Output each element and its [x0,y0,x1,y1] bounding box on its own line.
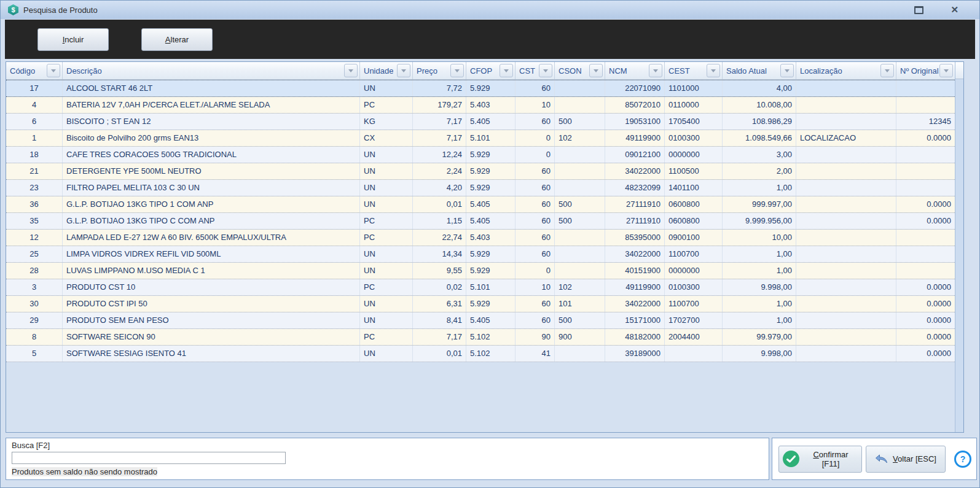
close-button[interactable]: ✕ [951,1,958,19]
toolbar: Incluir Alterar [5,20,975,59]
table-row[interactable]: 28LUVAS LIMPPANO M.USO MEDIA C 1UN9,555.… [6,263,963,279]
column-header-pre-o[interactable]: Preço [413,62,466,79]
table-row[interactable]: 3PRODUTO CST 10PC0,025.10110102491199000… [6,279,963,296]
column-filter-button[interactable] [539,64,552,77]
table-cell: 0600800 [665,196,723,212]
column-filter-button[interactable] [939,64,953,77]
column-header-ncm[interactable]: NCM [605,62,665,79]
table-cell: PRODUTO CST 10 [63,279,360,295]
column-filter-button[interactable] [47,64,60,77]
table-row[interactable]: 21DETERGENTE YPE 500ML NEUTROUN2,245.929… [6,163,963,180]
column-header-c-digo[interactable]: Código [6,62,63,79]
table-row[interactable]: 23FILTRO PAPEL MELITA 103 C 30 UNUN4,205… [6,180,963,196]
table-cell: BATERIA 12V 7,0AH P/CERCA ELET./ALARME S… [63,97,360,113]
column-header-cson[interactable]: CSON [555,62,605,79]
column-filter-button[interactable] [780,64,794,77]
table-cell: 5.101 [466,130,515,146]
help-icon[interactable]: ? [954,451,971,468]
column-header-localiza-o[interactable]: Localização [796,62,896,79]
table-cell: 1705400 [665,114,723,130]
table-row[interactable]: 18CAFE TRES CORACOES 500G TRADICIONALUN1… [6,147,963,163]
table-cell: 1100700 [665,246,723,262]
table-cell: 35 [6,213,63,229]
table-row[interactable]: 8SOFTWARE SEICON 90PC7,175.1029090048182… [6,329,963,346]
confirm-button[interactable]: Confirmar [F11] [778,446,862,473]
table-cell: 1,00 [723,312,796,328]
column-header-descri-o[interactable]: Descrição [63,62,360,79]
table-row[interactable]: 36G.L.P. BOTIJAO 13KG TIPO 1 COM ANPUN0,… [6,196,963,213]
table-row[interactable]: 5SOFTWARE SESIAG ISENTO 41UN0,015.102413… [6,346,963,362]
column-header-cst[interactable]: CST [515,62,555,79]
vertical-scrollbar[interactable] [955,62,963,432]
column-header-label: CFOP [470,66,492,76]
table-row[interactable]: 4BATERIA 12V 7,0AH P/CERCA ELET./ALARME … [6,97,963,114]
table-cell: 27111910 [605,213,665,229]
table-row[interactable]: 12LAMPADA LED E-27 12W A 60 BIV. 6500K E… [6,230,963,246]
search-input[interactable] [12,452,286,464]
table-cell: 500 [555,114,605,130]
incluir-button[interactable]: Incluir [37,28,109,51]
table-cell: 34022000 [605,163,665,179]
table-cell: 1702700 [665,312,723,328]
table-cell: 3 [6,279,63,295]
search-label: Busca [F2] [12,441,763,450]
table-row[interactable]: 30PRODUTO CST IPI 50UN6,315.929601013402… [6,296,963,312]
table-cell: 48232099 [605,180,665,196]
table-cell: 0 [515,263,555,279]
table-row[interactable]: 1Biscoito de Polvilho 200 grms EAN13CX7,… [6,130,963,147]
table-cell: CX [360,130,413,146]
restore-button[interactable] [914,6,923,14]
table-cell: 900 [555,329,605,345]
column-filter-button[interactable] [589,64,603,77]
table-cell: 09012100 [605,147,665,163]
product-search-window: $ Pesquisa de Produto ✕ Incluir Alterar … [0,0,980,488]
table-cell: 0,01 [413,346,466,362]
column-filter-button[interactable] [707,64,720,77]
column-filter-button[interactable] [880,64,894,77]
column-header-label: Unidade [364,66,393,76]
table-row[interactable]: 25LIMPA VIDROS VIDREX REFIL VID 500MLUN1… [6,246,963,263]
column-filter-button[interactable] [500,64,513,77]
table-cell: SOFTWARE SESIAG ISENTO 41 [63,346,360,362]
confirm-button-label: Confirmar [F11] [804,450,858,468]
table-cell: 0.0000 [896,296,955,312]
column-filter-button[interactable] [344,64,358,77]
table-row[interactable]: 29PRODUTO SEM EAN PESOUN8,415.4056050015… [6,312,963,329]
column-header-label: Saldo Atual [726,66,767,76]
table-cell: 2004400 [665,329,723,345]
table-cell [896,246,955,262]
table-row[interactable]: 6BISCOITO ; ST EAN 12KG7,175.40560500190… [6,114,963,130]
column-header-cfop[interactable]: CFOP [466,62,515,79]
table-cell: 4,00 [723,80,796,96]
table-cell: 0 [515,130,555,146]
table-cell: 5.101 [466,279,515,295]
back-button[interactable]: Voltar [ESC] [866,446,946,473]
table-row[interactable]: 17ALCOOL START 46 2LTUN7,725.92960220710… [6,80,963,97]
column-header-saldo-atual[interactable]: Saldo Atual [723,62,796,79]
table-cell: 1,00 [723,296,796,312]
table-cell: 36 [6,196,63,212]
column-header-unidade[interactable]: Unidade [360,62,413,79]
grid-body: 17ALCOOL START 46 2LTUN7,725.92960220710… [6,80,963,433]
column-filter-button[interactable] [450,64,464,77]
table-cell: 0000000 [665,263,723,279]
table-cell: 18 [6,147,63,163]
table-cell: 22071090 [605,80,665,96]
table-cell: 85395000 [605,230,665,246]
table-cell: 27111910 [605,196,665,212]
table-cell: 7,17 [413,114,466,130]
table-cell: UN [360,147,413,163]
table-row[interactable]: 35G.L.P. BOTIJAO 13KG TIPO C COM ANPPC1,… [6,213,963,230]
alterar-button[interactable]: Alterar [141,28,213,51]
column-header-n-original[interactable]: Nº Original [896,62,955,79]
table-cell [796,196,896,212]
table-cell: 1,00 [723,263,796,279]
table-cell: 5.403 [466,97,515,113]
table-cell [896,180,955,196]
table-cell [796,163,896,179]
column-header-cest[interactable]: CEST [665,62,723,79]
table-cell: 9.998,00 [723,346,796,362]
column-filter-button[interactable] [649,64,662,77]
table-cell: 7,17 [413,329,466,345]
column-filter-button[interactable] [397,64,410,77]
